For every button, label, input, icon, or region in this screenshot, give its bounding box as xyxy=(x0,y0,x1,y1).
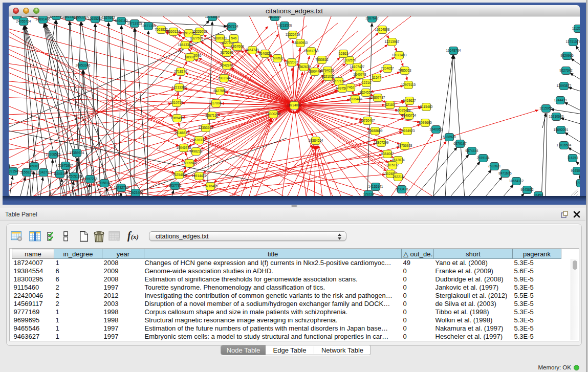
svg-text:8454749: 8454749 xyxy=(246,48,259,52)
svg-text:3267130: 3267130 xyxy=(205,114,219,117)
svg-text:12093872: 12093872 xyxy=(557,84,572,87)
svg-text:7462: 7462 xyxy=(347,85,355,89)
svg-text:1244419: 1244419 xyxy=(554,98,567,102)
svg-text:546: 546 xyxy=(231,36,237,40)
svg-text:10807487: 10807487 xyxy=(371,96,385,99)
svg-text:252214: 252214 xyxy=(393,175,404,179)
svg-text:19384554: 19384554 xyxy=(309,139,323,142)
svg-text:98901: 98901 xyxy=(185,55,194,59)
svg-text:1815112: 1815112 xyxy=(386,163,399,167)
svg-text:10719155: 10719155 xyxy=(127,21,142,25)
svg-text:4498222: 4498222 xyxy=(189,149,203,153)
svg-text:7632621: 7632621 xyxy=(488,164,501,168)
svg-text:1990448: 1990448 xyxy=(308,70,321,73)
svg-text:10553287: 10553287 xyxy=(74,16,89,19)
svg-text:3624554: 3624554 xyxy=(359,91,373,94)
svg-text:12216: 12216 xyxy=(362,81,371,84)
svg-text:1322037: 1322037 xyxy=(285,60,298,64)
svg-text:317004: 317004 xyxy=(210,101,222,105)
svg-text:14136141: 14136141 xyxy=(368,185,383,188)
svg-text:10655287: 10655287 xyxy=(88,17,103,20)
svg-text:1527602: 1527602 xyxy=(102,16,115,19)
svg-text:16782759: 16782759 xyxy=(114,186,129,189)
svg-text:12213389: 12213389 xyxy=(172,85,187,89)
svg-text:18807299: 18807299 xyxy=(374,141,389,144)
svg-text:12975115: 12975115 xyxy=(401,83,416,86)
svg-text:8186323: 8186323 xyxy=(213,36,227,40)
svg-text:9329966: 9329966 xyxy=(560,54,574,57)
svg-text:11325419: 11325419 xyxy=(286,33,300,36)
svg-text:24055724: 24055724 xyxy=(16,19,31,23)
svg-text:8099695: 8099695 xyxy=(419,121,432,124)
svg-text:2036448: 2036448 xyxy=(349,97,362,101)
svg-text:12923466: 12923466 xyxy=(128,191,143,194)
svg-text:6379197: 6379197 xyxy=(453,142,467,145)
svg-text:129234: 129234 xyxy=(363,192,374,196)
svg-text:10671355: 10671355 xyxy=(141,24,156,28)
svg-text:3675685: 3675685 xyxy=(220,51,233,54)
svg-text:16909948: 16909948 xyxy=(182,161,197,165)
svg-text:9245012: 9245012 xyxy=(571,169,580,172)
svg-text:16648784: 16648784 xyxy=(446,49,461,52)
svg-text:15692091: 15692091 xyxy=(554,128,569,132)
svg-text:170353: 170353 xyxy=(575,181,580,185)
svg-text:3215955: 3215955 xyxy=(539,106,553,110)
svg-text:18724007: 18724007 xyxy=(287,103,302,107)
svg-text:1965498: 1965498 xyxy=(170,116,184,120)
svg-text:1640953: 1640953 xyxy=(429,127,443,131)
svg-text:16361: 16361 xyxy=(339,52,348,55)
svg-text:18300295: 18300295 xyxy=(266,112,281,116)
svg-text:17016504: 17016504 xyxy=(557,143,572,147)
svg-text:10688609: 10688609 xyxy=(368,129,383,133)
svg-text:13495754: 13495754 xyxy=(402,114,417,117)
svg-text:9242848: 9242848 xyxy=(220,63,233,67)
svg-text:10973493: 10973493 xyxy=(392,53,407,57)
svg-text:15751074: 15751074 xyxy=(566,40,580,43)
svg-text:19166827: 19166827 xyxy=(175,131,189,135)
svg-text:9146821: 9146821 xyxy=(258,52,272,55)
svg-text:2803144: 2803144 xyxy=(217,76,231,80)
svg-text:12353594: 12353594 xyxy=(199,126,213,129)
svg-text:8813054: 8813054 xyxy=(268,16,281,18)
svg-text:2935114: 2935114 xyxy=(477,156,490,160)
svg-text:2867608: 2867608 xyxy=(231,45,244,48)
svg-text:9115460: 9115460 xyxy=(420,105,433,108)
svg-text:16210643: 16210643 xyxy=(549,115,564,118)
svg-text:8471676: 8471676 xyxy=(498,171,512,175)
svg-text:3578332: 3578332 xyxy=(192,138,206,142)
svg-text:1010755: 1010755 xyxy=(170,101,183,104)
svg-text:10046738: 10046738 xyxy=(177,146,191,149)
svg-text:16914479: 16914479 xyxy=(192,174,207,178)
svg-text:33975867: 33975867 xyxy=(58,164,73,167)
svg-text:11547: 11547 xyxy=(372,76,381,79)
svg-text:19654923: 19654923 xyxy=(400,129,415,133)
svg-text:9474444: 9474444 xyxy=(465,149,478,152)
svg-text:16543342: 16543342 xyxy=(178,43,193,47)
svg-text:2718176: 2718176 xyxy=(174,70,187,73)
svg-text:1156829: 1156829 xyxy=(20,170,33,174)
svg-text:9327508: 9327508 xyxy=(190,36,203,40)
svg-text:6466160: 6466160 xyxy=(115,19,128,23)
svg-text:12213967: 12213967 xyxy=(385,40,400,43)
svg-text:16154808: 16154808 xyxy=(375,28,390,31)
svg-text:1362635: 1362635 xyxy=(297,65,311,69)
svg-text:45001: 45001 xyxy=(30,164,39,168)
svg-text:1154514: 1154514 xyxy=(54,172,67,176)
svg-text:15226058: 15226058 xyxy=(192,30,207,33)
svg-text:1112093: 1112093 xyxy=(572,27,580,30)
svg-text:97450: 97450 xyxy=(534,193,543,196)
svg-text:7485063: 7485063 xyxy=(398,69,411,72)
svg-text:7625402: 7625402 xyxy=(172,173,186,177)
svg-text:1856677: 1856677 xyxy=(50,16,63,17)
svg-text:1733426: 1733426 xyxy=(395,187,408,191)
svg-text:9384067: 9384067 xyxy=(381,152,394,156)
svg-text:8427552: 8427552 xyxy=(213,89,227,93)
svg-text:2387642: 2387642 xyxy=(365,16,379,20)
svg-text:1588520: 1588520 xyxy=(271,56,284,60)
svg-text:1332550: 1332550 xyxy=(343,58,356,62)
svg-text:12505135: 12505135 xyxy=(67,174,82,178)
svg-text:116753: 116753 xyxy=(567,156,578,160)
svg-text:18640910: 18640910 xyxy=(293,41,308,45)
svg-text:20691406: 20691406 xyxy=(36,17,51,21)
svg-text:16107427: 16107427 xyxy=(350,65,365,69)
